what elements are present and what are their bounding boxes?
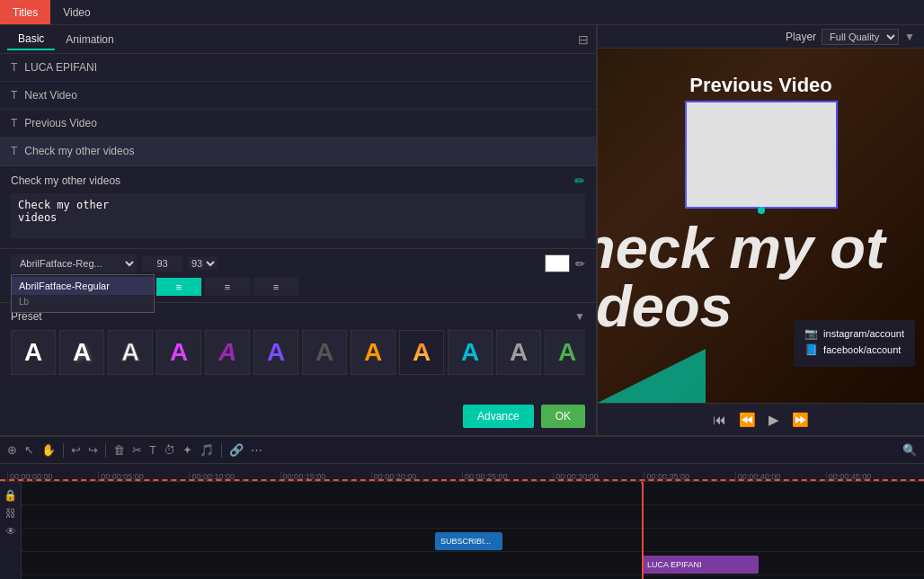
clip-luca[interactable]: LUCA EPIFANI bbox=[642, 556, 759, 574]
edit-style-icon[interactable]: ✏ bbox=[575, 257, 585, 271]
tl-undo-icon[interactable]: ↩ bbox=[71, 443, 81, 457]
ruler-7: 00:00:35:00 bbox=[644, 472, 734, 481]
previous-video-title: Previous Video bbox=[689, 74, 832, 97]
preset-chevron-icon[interactable]: ▼ bbox=[574, 310, 585, 323]
edit-area: Check my other videos ✏ Check my other v… bbox=[0, 166, 596, 249]
advance-button[interactable]: Advance bbox=[463, 405, 534, 428]
tl-add-icon[interactable]: ⊕ bbox=[7, 443, 17, 457]
teal-triangle bbox=[598, 349, 706, 403]
preset-9[interactable]: A bbox=[448, 330, 493, 375]
big-text-line1: heck my ot bbox=[598, 218, 885, 277]
tab-titles[interactable]: Titles bbox=[0, 0, 50, 24]
clip-subscribe[interactable]: SUBSCRIBI... bbox=[435, 532, 502, 550]
tl-cursor-icon[interactable]: ↖ bbox=[24, 443, 34, 457]
track-row-2 bbox=[22, 505, 924, 529]
justify-btn[interactable]: ≡ bbox=[253, 278, 298, 296]
font-row-1: AbrilFatface-Reg... AbrilFatface-Regular… bbox=[11, 254, 585, 272]
preset-6[interactable]: A bbox=[302, 330, 347, 375]
preset-7[interactable]: A bbox=[351, 330, 395, 375]
tl-delete-icon[interactable]: 🗑 bbox=[113, 443, 125, 457]
timeline-toolbar: ⊕ ↖ ✋ ↩ ↪ 🗑 ✂ T ⏱ ✦ 🎵 🔗 ⋯ 🔍 bbox=[0, 437, 924, 464]
tl-link-icon[interactable]: 🔗 bbox=[229, 443, 244, 457]
skip-back-btn[interactable]: ⏮ bbox=[713, 412, 726, 427]
align-center-btn[interactable]: ≡ bbox=[156, 278, 201, 296]
tl-sep-3 bbox=[221, 443, 222, 458]
tab-video[interactable]: Video bbox=[50, 0, 102, 24]
text-icon-2: T bbox=[11, 117, 17, 129]
ruler-8: 00:00:40:00 bbox=[735, 472, 826, 481]
edit-label-row: Check my other videos ✏ bbox=[11, 174, 585, 188]
tl-redo-icon[interactable]: ↪ bbox=[88, 443, 98, 457]
dropdown-arrow-icon: ▼ bbox=[904, 31, 915, 43]
top-bar: Titles Video bbox=[0, 0, 924, 25]
play-btn[interactable]: ▶ bbox=[769, 412, 779, 428]
facebook-item: 📘 facebook/account bbox=[804, 343, 904, 356]
track-left-controls: 🔒 ⛓ 👁 bbox=[0, 482, 22, 579]
align-right-btn[interactable]: ≡ bbox=[205, 278, 250, 296]
ruler-2: 00:00:10:00 bbox=[189, 472, 280, 481]
font-name-select[interactable]: AbrilFatface-Reg... bbox=[11, 254, 137, 272]
edit-pencil-icon[interactable]: ✏ bbox=[574, 174, 585, 188]
preset-2[interactable]: A bbox=[108, 330, 153, 375]
player-label: Player bbox=[786, 31, 816, 43]
tl-effect-icon[interactable]: ✦ bbox=[182, 443, 192, 457]
step-back-btn[interactable]: ⏪ bbox=[739, 412, 756, 428]
left-panel: Basic Animation ⊟ T LUCA EPIFANI T Next … bbox=[0, 25, 598, 435]
text-item-check[interactable]: T Check my other videos bbox=[0, 138, 596, 165]
preview-area: Previous Video heck my ot ideos 📷 instag… bbox=[598, 49, 924, 403]
ruler-0: 00:00:00:00 bbox=[7, 472, 98, 481]
ruler-3: 00:00:15:00 bbox=[280, 472, 371, 481]
preset-5[interactable]: A bbox=[253, 330, 298, 375]
preset-11[interactable]: A bbox=[545, 330, 585, 375]
ok-button[interactable]: OK bbox=[541, 405, 585, 428]
quality-select[interactable]: Full Quality Quality bbox=[822, 29, 899, 45]
instagram-item: 📷 instagram/account bbox=[804, 327, 904, 340]
text-item-previous[interactable]: T Previous Video bbox=[0, 110, 596, 138]
preset-1[interactable]: A bbox=[59, 330, 104, 375]
tl-cut-icon[interactable]: ✂ bbox=[132, 443, 142, 457]
tl-text-icon[interactable]: T bbox=[149, 443, 156, 457]
preset-8[interactable]: A bbox=[399, 330, 444, 375]
subtab-basic[interactable]: Basic bbox=[7, 29, 55, 50]
text-item-next[interactable]: T Next Video bbox=[0, 82, 596, 110]
step-fwd-btn[interactable]: ⏩ bbox=[792, 412, 809, 428]
right-panel: Player Full Quality Quality ▼ Previous V… bbox=[598, 25, 924, 435]
instagram-icon: 📷 bbox=[804, 327, 818, 340]
eye-icon[interactable]: 👁 bbox=[5, 525, 16, 538]
preset-10[interactable]: A bbox=[496, 330, 541, 375]
tl-zoom-icon[interactable]: 🔍 bbox=[902, 443, 917, 457]
text-icon-0: T bbox=[11, 61, 17, 74]
preset-0[interactable]: A bbox=[11, 330, 56, 375]
ruler-6: 00:00:30:00 bbox=[553, 472, 644, 481]
subtab-animation[interactable]: Animation bbox=[55, 30, 124, 49]
text-icon-1: T bbox=[11, 89, 17, 102]
tl-audio-icon[interactable]: 🎵 bbox=[200, 443, 214, 457]
font-size-input[interactable] bbox=[142, 255, 182, 272]
tl-timer-icon[interactable]: ⏱ bbox=[164, 443, 175, 457]
text-textarea[interactable]: Check my other videos bbox=[11, 193, 585, 238]
collapse-icon[interactable]: ⊟ bbox=[578, 32, 589, 47]
font-size-select[interactable]: 93 bbox=[188, 257, 218, 270]
font-dropdown-sub: Lb bbox=[12, 295, 154, 310]
text-item-luca[interactable]: T LUCA EPIFANI bbox=[0, 54, 596, 82]
player-bar: Player Full Quality Quality ▼ bbox=[598, 25, 924, 49]
ruler-1: 00:00:05:00 bbox=[98, 472, 189, 481]
big-text-overlay: heck my ot ideos bbox=[598, 218, 885, 335]
tl-more-icon[interactable]: ⋯ bbox=[251, 443, 262, 457]
track-row-1 bbox=[22, 482, 924, 505]
ruler-9: 00:00:45:00 bbox=[826, 472, 917, 481]
font-selector-wrapper: AbrilFatface-Reg... AbrilFatface-Regular… bbox=[11, 254, 137, 272]
social-links: 📷 instagram/account 📘 facebook/account bbox=[794, 320, 915, 367]
tl-sep-1 bbox=[63, 443, 64, 458]
preset-4[interactable]: A bbox=[205, 330, 250, 375]
font-dropdown-item[interactable]: AbrilFatface-Regular bbox=[12, 277, 154, 295]
tl-hand-icon[interactable]: ✋ bbox=[41, 443, 56, 457]
video-thumbnail bbox=[685, 101, 838, 209]
preset-list: A A A A A A A A A A A A bbox=[11, 330, 585, 379]
color-swatch[interactable] bbox=[545, 254, 570, 272]
sub-tabs: Basic Animation ⊟ bbox=[0, 25, 596, 54]
preset-3[interactable]: A bbox=[156, 330, 201, 375]
facebook-icon: 📘 bbox=[804, 343, 818, 356]
chain-icon[interactable]: ⛓ bbox=[5, 507, 16, 520]
lock-icon[interactable]: 🔒 bbox=[4, 489, 17, 502]
